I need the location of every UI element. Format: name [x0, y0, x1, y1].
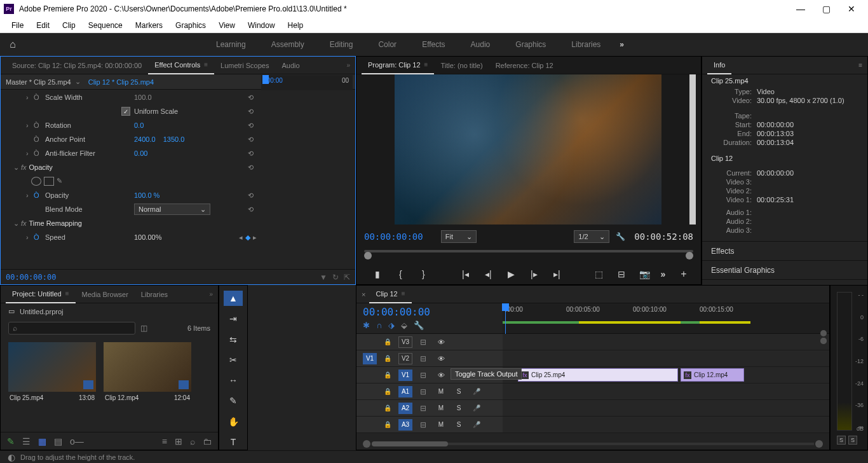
- step-forward-icon[interactable]: |▸: [527, 269, 541, 279]
- workspace-libraries[interactable]: Libraries: [559, 33, 613, 56]
- workspace-learning[interactable]: Learning: [203, 33, 259, 56]
- razor-tool[interactable]: ✂: [224, 352, 243, 368]
- playhead-head-icon[interactable]: [502, 303, 509, 311]
- track-lock-toggle[interactable]: [381, 370, 395, 381]
- project-item[interactable]: Clip 25.mp413:08: [8, 342, 96, 404]
- track-v1-body[interactable]: Toggle Track Output fx Clip 25.mp4 fx Cl…: [503, 367, 829, 383]
- zoom-handle-left[interactable]: [363, 440, 370, 448]
- filter-icon[interactable]: ▼: [320, 273, 327, 282]
- track-lock-toggle[interactable]: [381, 336, 395, 348]
- tab-audio-mixer[interactable]: Audio: [275, 57, 306, 74]
- project-item[interactable]: Clip 12.mp412:04: [104, 342, 191, 404]
- zoom-handle-right[interactable]: [815, 440, 823, 448]
- track-lock-toggle[interactable]: [381, 403, 395, 414]
- voiceover-record[interactable]: [470, 386, 484, 397]
- panel-effects[interactable]: Effects: [702, 242, 867, 261]
- step-back-icon[interactable]: ◂|: [481, 269, 495, 279]
- workspace-audio[interactable]: Audio: [458, 33, 503, 56]
- solo-toggle[interactable]: S: [452, 419, 466, 431]
- caret-icon[interactable]: ⌄: [13, 219, 21, 228]
- panel-overflow[interactable]: »: [346, 62, 350, 69]
- mark-in-button[interactable]: {: [393, 269, 407, 279]
- close-button[interactable]: ✕: [839, 0, 864, 18]
- reset-icon[interactable]: ⟲: [248, 163, 254, 172]
- new-item-icon[interactable]: ✎: [7, 436, 15, 446]
- home-icon[interactable]: ⌂: [0, 39, 25, 50]
- tab-media-browser[interactable]: Media Browser: [76, 286, 135, 303]
- stopwatch-icon[interactable]: Ò: [34, 233, 43, 241]
- workspace-editing[interactable]: Editing: [317, 33, 366, 56]
- sequence-clip-link[interactable]: Clip 12 * Clip 25.mp4: [88, 78, 154, 86]
- fx-badge-icon[interactable]: fx: [21, 163, 27, 171]
- track-target[interactable]: A3: [398, 419, 412, 431]
- caret-icon[interactable]: ⌄: [13, 163, 21, 172]
- stopwatch-icon[interactable]: Ò: [34, 121, 43, 129]
- mute-toggle[interactable]: M: [434, 386, 448, 397]
- menu-sequence[interactable]: Sequence: [82, 21, 129, 30]
- opacity-value[interactable]: 100.0 %: [134, 191, 159, 199]
- program-timecode[interactable]: 00:00:00:00: [364, 232, 423, 242]
- sync-lock-toggle[interactable]: ⊟: [416, 419, 430, 431]
- program-scrub-bar[interactable]: [364, 250, 693, 263]
- new-bin-icon[interactable]: 🗀: [203, 436, 212, 446]
- program-video-frame[interactable]: [395, 74, 661, 225]
- panel-menu-icon[interactable]: ≡: [858, 62, 862, 69]
- snap-icon[interactable]: ✱: [363, 321, 370, 330]
- slip-tool[interactable]: ↔: [224, 373, 243, 388]
- stopwatch-icon[interactable]: Ò: [34, 149, 43, 157]
- menu-file[interactable]: File: [5, 21, 30, 30]
- menu-edit[interactable]: Edit: [30, 21, 56, 30]
- track-output-toggle[interactable]: [434, 370, 448, 381]
- wrench-icon[interactable]: 🔧: [414, 321, 424, 330]
- sync-lock-toggle[interactable]: ⊟: [416, 403, 430, 414]
- track-target[interactable]: A2: [398, 403, 412, 414]
- track-scroll-knob[interactable]: [820, 338, 827, 344]
- rectangle-mask-icon[interactable]: [44, 177, 54, 186]
- solo-toggle[interactable]: S: [452, 403, 466, 414]
- tab-reference[interactable]: Reference: Clip 12: [489, 57, 560, 74]
- tab-project[interactable]: Project: Untitled≡: [6, 286, 76, 303]
- reset-icon[interactable]: ⟲: [248, 121, 254, 130]
- reset-icon[interactable]: ⟲: [248, 107, 254, 116]
- workspace-effects[interactable]: Effects: [409, 33, 458, 56]
- tab-source[interactable]: Source: Clip 12: Clip 25.mp4: 00:00:00:0…: [6, 57, 148, 74]
- tab-sequence[interactable]: Clip 12≡: [369, 286, 411, 303]
- track-output-toggle[interactable]: [434, 336, 448, 348]
- lift-icon[interactable]: ⬚: [592, 269, 606, 279]
- track-lock-toggle[interactable]: [381, 419, 395, 431]
- icon-view-icon[interactable]: ▦: [38, 436, 46, 446]
- panel-menu-icon[interactable]: ≡: [204, 61, 208, 68]
- freeform-view-icon[interactable]: ▤: [54, 436, 62, 446]
- filter-bin-icon[interactable]: ◫: [140, 324, 147, 333]
- caret-icon[interactable]: ›: [26, 93, 34, 101]
- panel-essential-graphics[interactable]: Essential Graphics: [702, 261, 867, 280]
- track-target[interactable]: V1: [398, 370, 412, 381]
- workspace-color[interactable]: Color: [365, 33, 409, 56]
- caret-icon[interactable]: ›: [26, 121, 34, 129]
- timeline-clip[interactable]: fx Clip 12.mp4: [681, 368, 744, 382]
- tab-lumetri-scopes[interactable]: Lumetri Scopes: [214, 57, 275, 74]
- effect-controls-timeline-ruler[interactable]: :00:00 00: [261, 75, 353, 90]
- button-editor-icon[interactable]: +: [681, 268, 686, 280]
- track-select-tool[interactable]: ⇥: [224, 311, 243, 326]
- workspace-overflow[interactable]: »: [613, 40, 630, 49]
- track-target[interactable]: V2: [398, 353, 412, 364]
- menu-window[interactable]: Window: [241, 21, 281, 30]
- anchor-x-value[interactable]: 2400.0: [134, 135, 156, 143]
- uniform-scale-checkbox[interactable]: ✓: [121, 107, 130, 116]
- scale-width-value[interactable]: 100.0: [134, 93, 152, 101]
- timeline-timecode[interactable]: 00:00:00:00: [363, 306, 496, 318]
- menu-markers[interactable]: Markers: [129, 21, 169, 30]
- track-scroll-knob[interactable]: [820, 330, 827, 336]
- reset-icon[interactable]: ⟲: [248, 135, 254, 144]
- add-marker-icon[interactable]: ⬗: [388, 321, 395, 330]
- meter-solo-left[interactable]: S: [837, 436, 846, 445]
- play-icon[interactable]: ▶: [504, 269, 518, 279]
- sync-lock-toggle[interactable]: ⊟: [416, 353, 430, 364]
- mute-toggle[interactable]: M: [434, 419, 448, 431]
- pen-tool[interactable]: ✎: [224, 393, 243, 408]
- find-icon[interactable]: ⌕: [190, 436, 195, 446]
- type-tool[interactable]: T: [224, 434, 243, 450]
- timeline-zoom-scrollbar[interactable]: [363, 441, 823, 447]
- ellipse-mask-icon[interactable]: [31, 177, 41, 186]
